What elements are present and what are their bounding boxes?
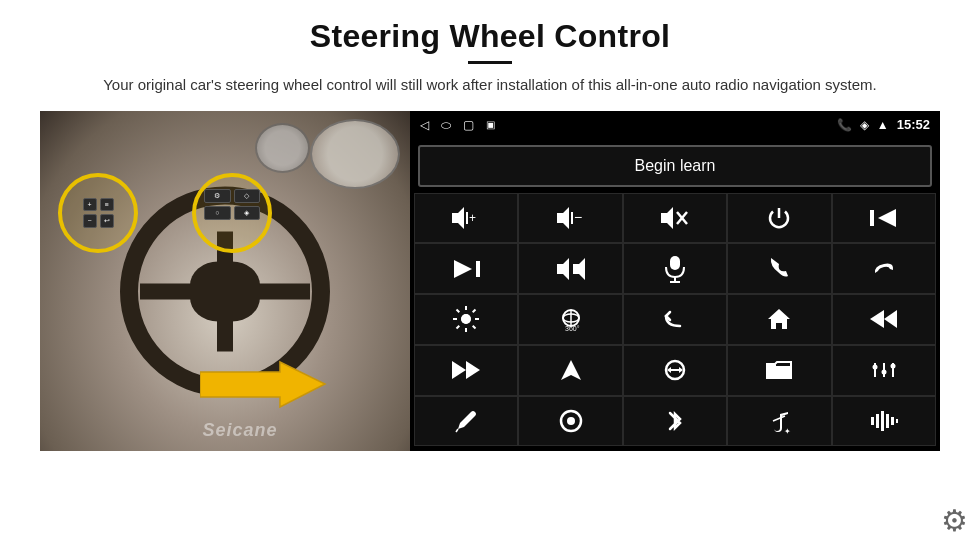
- svg-marker-14: [557, 258, 569, 280]
- svg-text:360°: 360°: [565, 325, 580, 332]
- svg-line-51: [456, 429, 458, 432]
- gauge-speedometer: [310, 119, 400, 189]
- prev-track-button[interactable]: [832, 193, 936, 244]
- svg-marker-13: [454, 260, 472, 278]
- fast-forward-button[interactable]: [414, 345, 518, 396]
- svg-rect-61: [896, 419, 898, 423]
- svg-marker-36: [452, 361, 466, 379]
- btn-label: ◈: [234, 206, 261, 220]
- svg-marker-37: [466, 361, 480, 379]
- svg-line-27: [473, 310, 476, 313]
- svg-marker-41: [667, 367, 671, 373]
- statusbar: ◁ ⬭ ▢ ▣ 📞 ◈ ▲ 15:52: [410, 111, 940, 139]
- btn-label: ⚙: [204, 189, 231, 203]
- btn-label: ≡: [100, 198, 114, 211]
- svg-line-25: [473, 326, 476, 329]
- svg-text:+: +: [469, 211, 476, 225]
- svg-line-24: [457, 310, 460, 313]
- btn-label: −: [83, 214, 97, 228]
- mute-button[interactable]: [623, 193, 727, 244]
- swap-button[interactable]: [623, 345, 727, 396]
- music-button[interactable]: ✦: [727, 396, 831, 447]
- content-row: + ≡ − ↩ ⚙ ◇ ○ ◈: [40, 111, 940, 451]
- phone-status-icon: 📞: [837, 118, 852, 132]
- begin-learn-row: Begin learn: [410, 139, 940, 193]
- brightness-button[interactable]: [414, 294, 518, 345]
- btn-label: ↩: [100, 214, 114, 228]
- svg-text:−: −: [574, 209, 582, 225]
- begin-learn-button[interactable]: Begin learn: [418, 145, 932, 187]
- phone-answer-button[interactable]: [727, 243, 831, 294]
- svg-marker-4: [557, 207, 569, 229]
- next-track-button[interactable]: [414, 243, 518, 294]
- wheel-hub: [190, 261, 260, 321]
- svg-marker-42: [679, 367, 683, 373]
- undo-button[interactable]: [623, 294, 727, 345]
- home-icon: ⬭: [441, 118, 451, 132]
- svg-marker-35: [884, 310, 897, 328]
- soundwave-button[interactable]: [832, 396, 936, 447]
- 360-view-button[interactable]: 360°: [518, 294, 622, 345]
- signal-icon: ▲: [877, 118, 889, 132]
- svg-point-48: [872, 365, 877, 370]
- vol-up-button[interactable]: +: [414, 193, 518, 244]
- clock: 15:52: [897, 117, 930, 132]
- statusbar-right: 📞 ◈ ▲ 15:52: [837, 117, 930, 132]
- svg-marker-15: [573, 258, 585, 280]
- svg-rect-59: [886, 414, 889, 428]
- btn-label: ◇: [234, 189, 261, 203]
- svg-rect-58: [881, 411, 884, 431]
- power-button[interactable]: [727, 193, 831, 244]
- pen-button[interactable]: [414, 396, 518, 447]
- steering-wheel-image: + ≡ − ↩ ⚙ ◇ ○ ◈: [40, 111, 410, 451]
- svg-rect-44: [767, 364, 776, 368]
- icon-grid: + −: [410, 193, 940, 451]
- svg-rect-56: [871, 417, 874, 425]
- sim-icon: ▣: [486, 119, 495, 130]
- btn-label: +: [83, 198, 97, 211]
- mic-button[interactable]: [623, 243, 727, 294]
- svg-marker-34: [870, 310, 884, 328]
- statusbar-left: ◁ ⬭ ▢ ▣: [420, 118, 495, 132]
- home-nav-button[interactable]: [727, 294, 831, 345]
- svg-marker-11: [878, 209, 896, 227]
- svg-marker-1: [452, 207, 464, 229]
- shuffle-button[interactable]: [518, 243, 622, 294]
- svg-point-50: [890, 364, 895, 369]
- page-subtitle: Your original car's steering wheel contr…: [103, 74, 877, 97]
- title-divider: [468, 61, 512, 64]
- highlight-circle-right: ⚙ ◇ ○ ◈: [192, 173, 272, 253]
- highlight-circle-left: + ≡ − ↩: [58, 173, 138, 253]
- gauge-tach: [255, 123, 310, 173]
- svg-rect-12: [476, 261, 480, 277]
- folder-button[interactable]: [727, 345, 831, 396]
- navigate-button[interactable]: [518, 345, 622, 396]
- svg-line-26: [457, 326, 460, 329]
- svg-rect-10: [870, 210, 874, 226]
- svg-marker-33: [768, 309, 790, 329]
- bluetooth-button[interactable]: [623, 396, 727, 447]
- svg-line-54: [773, 416, 785, 421]
- svg-point-49: [881, 370, 886, 375]
- seicane-watermark: Seicane: [202, 420, 277, 441]
- svg-rect-57: [876, 414, 879, 428]
- page-title: Steering Wheel Control: [310, 18, 670, 55]
- recents-icon: ▢: [463, 118, 474, 132]
- gear-button[interactable]: ⚙: [936, 502, 972, 538]
- svg-text:✦: ✦: [784, 427, 791, 434]
- arrow-indicator: [200, 357, 330, 416]
- equalizer-settings-button[interactable]: [832, 345, 936, 396]
- svg-marker-0: [200, 362, 325, 407]
- gear-icon: ⚙: [941, 503, 968, 538]
- circle-dot-button[interactable]: [518, 396, 622, 447]
- android-panel: ◁ ⬭ ▢ ▣ 📞 ◈ ▲ 15:52 Begin learn: [410, 111, 940, 451]
- vol-down-button[interactable]: −: [518, 193, 622, 244]
- svg-rect-60: [891, 417, 894, 425]
- main-page: Steering Wheel Control Your original car…: [0, 0, 980, 546]
- svg-point-53: [567, 417, 575, 425]
- phone-hangup-button[interactable]: [832, 243, 936, 294]
- btn-label: ○: [204, 206, 231, 220]
- svg-marker-7: [661, 207, 673, 229]
- rewind-button[interactable]: [832, 294, 936, 345]
- wifi-icon: ◈: [860, 118, 869, 132]
